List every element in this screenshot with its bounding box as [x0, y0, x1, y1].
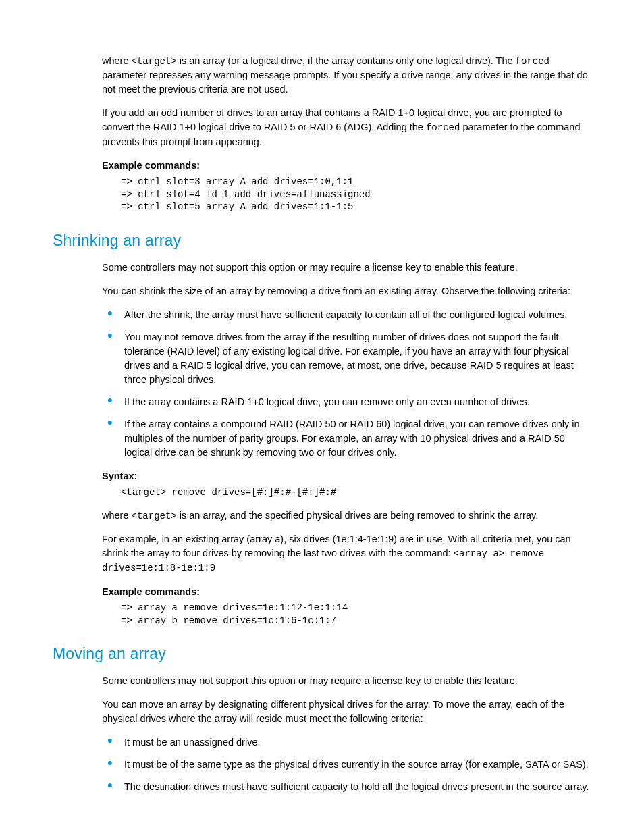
- code-forced: forced: [516, 56, 549, 67]
- shrink-para-2: You can shrink the size of an array by r…: [102, 284, 591, 298]
- code-target: <target>: [132, 511, 177, 521]
- intro-para-2: If you add an odd number of drives to an…: [102, 106, 591, 149]
- list-item: It must be of the same type as the physi…: [102, 758, 591, 772]
- list-item: If the array contains a RAID 1+0 logical…: [102, 395, 591, 409]
- example-commands-code: => array a remove drives=1e:1:12-1e:1:14…: [102, 602, 591, 627]
- example-commands-code: => ctrl slot=3 array A add drives=1:0,1:…: [102, 176, 591, 214]
- text: where: [102, 55, 132, 66]
- shrink-criteria-list: After the shrink, the array must have su…: [102, 308, 591, 460]
- shrink-para-1: Some controllers may not support this op…: [102, 261, 591, 275]
- move-para-2: You can move an array by designating dif…: [102, 698, 591, 726]
- move-criteria-list: It must be an unassigned drive. It must …: [102, 735, 591, 794]
- code-target: <target>: [132, 56, 177, 67]
- intro-section: where <target> is an array (or a logical…: [102, 54, 591, 213]
- heading-moving: Moving an array: [53, 643, 591, 665]
- list-item: After the shrink, the array must have su…: [102, 308, 591, 322]
- intro-para-1: where <target> is an array (or a logical…: [102, 54, 591, 97]
- heading-shrinking: Shrinking an array: [53, 230, 591, 252]
- move-section: Some controllers may not support this op…: [102, 674, 591, 794]
- text: is an array (or a logical drive, if the …: [177, 55, 516, 66]
- list-item: If the array contains a compound RAID (R…: [102, 417, 591, 460]
- list-item: You may not remove drives from the array…: [102, 330, 591, 387]
- text: where: [102, 510, 132, 521]
- move-para-1: Some controllers may not support this op…: [102, 674, 591, 688]
- syntax-label: Syntax:: [102, 469, 591, 484]
- example-commands-label: Example commands:: [102, 585, 591, 599]
- text: parameter represses any warning message …: [102, 70, 588, 95]
- list-item: It must be an unassigned drive.: [102, 735, 591, 750]
- list-item: The destination drives must have suffici…: [102, 780, 591, 794]
- shrink-para-4: For example, in an existing array (array…: [102, 532, 591, 575]
- shrink-section: Some controllers may not support this op…: [102, 261, 591, 627]
- syntax-code: <target> remove drives=[#:]#:#-[#:]#:#: [102, 486, 591, 499]
- shrink-para-3: where <target> is an array, and the spec…: [102, 509, 591, 523]
- code-forced: forced: [426, 122, 460, 133]
- example-commands-label: Example commands:: [102, 159, 591, 173]
- text: is an array, and the specified physical …: [177, 510, 538, 521]
